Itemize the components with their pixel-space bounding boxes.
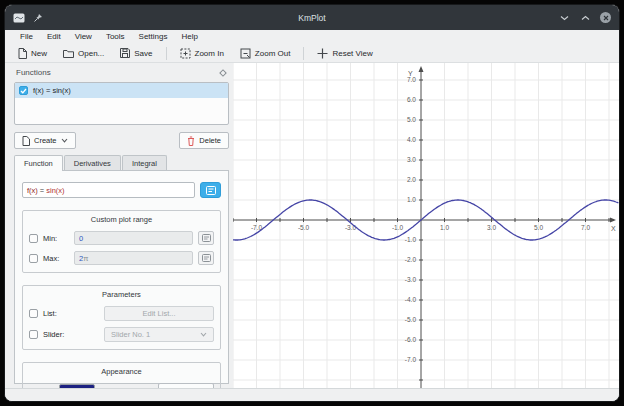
- equation-input[interactable]: f(x) = sin(x): [22, 182, 195, 198]
- menubar: File Edit View Tools Settings Help: [5, 30, 619, 44]
- toolbar-separator: [166, 47, 167, 60]
- y-tick-label: -4.0: [405, 296, 417, 303]
- y-tick-label: 4.0: [407, 136, 416, 143]
- chevron-down-icon: [61, 138, 68, 143]
- toolbar: New Open... Save Zoom In Zoom Out Reset …: [5, 44, 619, 63]
- function-list-item[interactable]: f(x) = sin(x): [15, 83, 228, 98]
- parameters-group: Parameters List: Edit List... Slider: Sl…: [22, 285, 221, 350]
- max-checkbox[interactable]: [29, 254, 38, 263]
- zoom-in-icon: [180, 48, 191, 59]
- edit-list-button[interactable]: Edit List...: [104, 306, 214, 321]
- function-list-label: f(x) = sin(x): [33, 86, 71, 95]
- zoom-out-button[interactable]: Zoom Out: [233, 46, 298, 61]
- function-list[interactable]: f(x) = sin(x): [14, 82, 229, 125]
- min-equation-button[interactable]: [198, 231, 214, 245]
- create-button[interactable]: Create: [14, 132, 76, 149]
- toolbar-separator: [303, 47, 304, 60]
- y-tick-label: -5.0: [405, 316, 417, 323]
- y-axis-label: Y: [408, 70, 413, 77]
- dock-title: Functions: [16, 68, 51, 77]
- max-label: Max:: [43, 254, 69, 263]
- equation-editor-icon: [202, 234, 211, 242]
- close-button[interactable]: [600, 12, 611, 23]
- zoom-in-button[interactable]: Zoom In: [173, 46, 231, 61]
- slider-label: Slider:: [43, 330, 99, 339]
- chevron-down-icon: [200, 332, 207, 337]
- app-window: KmPlot File Edit View Tools Settings Hel…: [4, 4, 620, 402]
- x-tick-label: 5.0: [534, 224, 543, 231]
- y-axis-arrow: [419, 66, 424, 72]
- list-label: List:: [43, 309, 99, 318]
- app-icon: [13, 12, 25, 24]
- y-tick-label: -1.0: [405, 236, 417, 243]
- max-equation-button[interactable]: [198, 251, 214, 265]
- list-checkbox[interactable]: [29, 309, 38, 318]
- reset-view-button[interactable]: Reset View: [310, 46, 379, 61]
- reset-view-icon: [317, 48, 328, 59]
- function-visible-checkbox[interactable]: [19, 86, 28, 95]
- y-tick-label: 7.0: [407, 76, 416, 83]
- equation-editor-button[interactable]: [200, 182, 221, 198]
- save-button[interactable]: Save: [113, 46, 159, 60]
- y-tick-label: -2.0: [405, 256, 417, 263]
- equation-editor-icon: [202, 254, 211, 262]
- functions-dock: Functions f(x) = sin(x) Create: [5, 63, 233, 388]
- trash-icon: [187, 136, 195, 146]
- open-folder-icon: [63, 49, 74, 58]
- menu-settings[interactable]: Settings: [132, 30, 175, 44]
- equation-editor-icon: [206, 186, 216, 195]
- create-document-icon: [22, 136, 30, 146]
- tab-derivatives[interactable]: Derivatives: [64, 155, 121, 170]
- menu-view[interactable]: View: [68, 30, 99, 44]
- tab-function[interactable]: Function: [14, 155, 63, 171]
- menu-help[interactable]: Help: [174, 30, 204, 44]
- menu-file[interactable]: File: [13, 30, 40, 44]
- plot-canvas[interactable]: -7.0-5.0-3.0-1.01.03.05.07.0-7.0-6.0-5.0…: [233, 63, 619, 388]
- custom-plot-range-group: Custom plot range Min: 0 Max:: [22, 210, 221, 273]
- x-tick-label: 7.0: [581, 224, 590, 231]
- function-tab-page: f(x) = sin(x) Custom plot range Min: 0: [14, 170, 229, 384]
- save-icon: [120, 48, 130, 58]
- group-title: Custom plot range: [29, 215, 214, 224]
- y-tick-label: -3.0: [405, 276, 417, 283]
- slider-checkbox[interactable]: [29, 330, 38, 339]
- max-input[interactable]: 2 π: [74, 251, 193, 265]
- pin-icon[interactable]: [32, 12, 44, 24]
- x-tick-label: 3.0: [487, 224, 496, 231]
- x-axis-label: X: [611, 225, 616, 232]
- minimize-button[interactable]: [558, 12, 570, 24]
- min-checkbox[interactable]: [29, 234, 38, 243]
- x-tick-label: -3.0: [345, 224, 357, 231]
- new-button[interactable]: New: [11, 46, 54, 61]
- y-tick-label: 5.0: [407, 116, 416, 123]
- y-tick-label: -6.0: [405, 336, 417, 343]
- delete-button[interactable]: Delete: [179, 132, 229, 149]
- min-label: Min:: [43, 234, 69, 243]
- statusbar: [5, 388, 619, 401]
- window-title: KmPlot: [5, 13, 619, 23]
- new-document-icon: [18, 48, 27, 59]
- x-tick-label: -5.0: [298, 224, 310, 231]
- y-tick-label: 2.0: [407, 176, 416, 183]
- y-tick-label: 1.0: [407, 196, 416, 203]
- menu-edit[interactable]: Edit: [40, 30, 68, 44]
- group-title: Appearance: [29, 367, 214, 376]
- tab-integral[interactable]: Integral: [122, 155, 167, 170]
- slider-select[interactable]: Slider No. 1: [104, 327, 214, 342]
- x-tick-label: 1.0: [440, 224, 449, 231]
- menu-tools[interactable]: Tools: [99, 30, 132, 44]
- min-input[interactable]: 0: [74, 231, 193, 245]
- zoom-out-icon: [240, 48, 251, 59]
- x-tick-label: -1.0: [392, 224, 404, 231]
- group-title: Parameters: [29, 290, 214, 299]
- y-tick-label: -7.0: [405, 356, 417, 363]
- y-tick-label: 3.0: [407, 156, 416, 163]
- open-button[interactable]: Open...: [56, 47, 111, 60]
- plot-area[interactable]: -7.0-5.0-3.0-1.01.03.05.07.0-7.0-6.0-5.0…: [233, 63, 619, 388]
- editor-tabbar: Function Derivatives Integral: [14, 155, 229, 170]
- titlebar[interactable]: KmPlot: [5, 5, 619, 30]
- x-axis-arrow: [610, 218, 616, 223]
- maximize-button[interactable]: [579, 12, 591, 24]
- y-tick-label: 6.0: [407, 96, 416, 103]
- dock-float-icon[interactable]: [219, 69, 227, 77]
